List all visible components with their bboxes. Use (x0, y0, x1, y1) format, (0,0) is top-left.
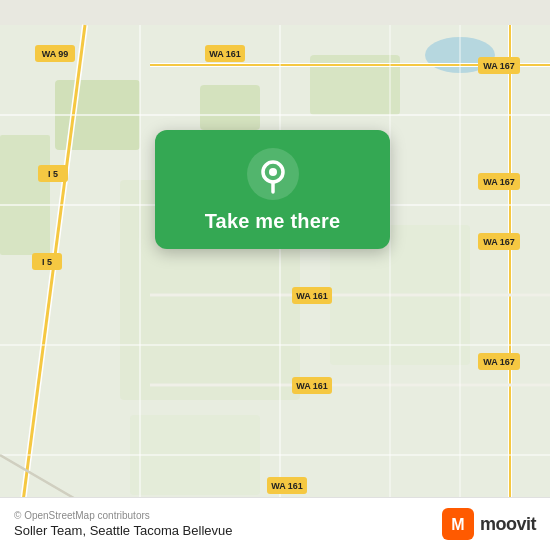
svg-text:WA 167: WA 167 (483, 237, 515, 247)
svg-point-50 (269, 168, 277, 176)
svg-text:WA 167: WA 167 (483, 61, 515, 71)
svg-text:WA 161: WA 161 (209, 49, 241, 59)
svg-text:WA 167: WA 167 (483, 177, 515, 187)
bottom-bar: © OpenStreetMap contributors Soller Team… (0, 497, 550, 550)
map-container: WA 99 WA 161 WA 167 WA 167 WA 167 WA 167… (0, 0, 550, 550)
svg-text:WA 99: WA 99 (42, 49, 69, 59)
svg-text:WA 161: WA 161 (296, 381, 328, 391)
attribution-text: © OpenStreetMap contributors (14, 510, 232, 521)
svg-text:WA 167: WA 167 (483, 357, 515, 367)
moovit-brand-icon: M (442, 508, 474, 540)
svg-text:M: M (451, 516, 464, 533)
take-me-there-card[interactable]: Take me there (155, 130, 390, 249)
moovit-logo[interactable]: M moovit (442, 508, 536, 540)
take-me-there-label: Take me there (205, 210, 341, 233)
location-pin-icon (247, 148, 299, 200)
svg-rect-3 (200, 85, 260, 130)
svg-text:WA 161: WA 161 (296, 291, 328, 301)
svg-text:I 5: I 5 (42, 257, 52, 267)
bottom-left: © OpenStreetMap contributors Soller Team… (14, 510, 232, 538)
svg-text:I 5: I 5 (48, 169, 58, 179)
location-text: Soller Team, Seattle Tacoma Bellevue (14, 523, 232, 538)
map-background: WA 99 WA 161 WA 167 WA 167 WA 167 WA 167… (0, 0, 550, 550)
moovit-wordmark: moovit (480, 514, 536, 535)
svg-text:WA 161: WA 161 (271, 481, 303, 491)
svg-rect-5 (0, 135, 50, 255)
